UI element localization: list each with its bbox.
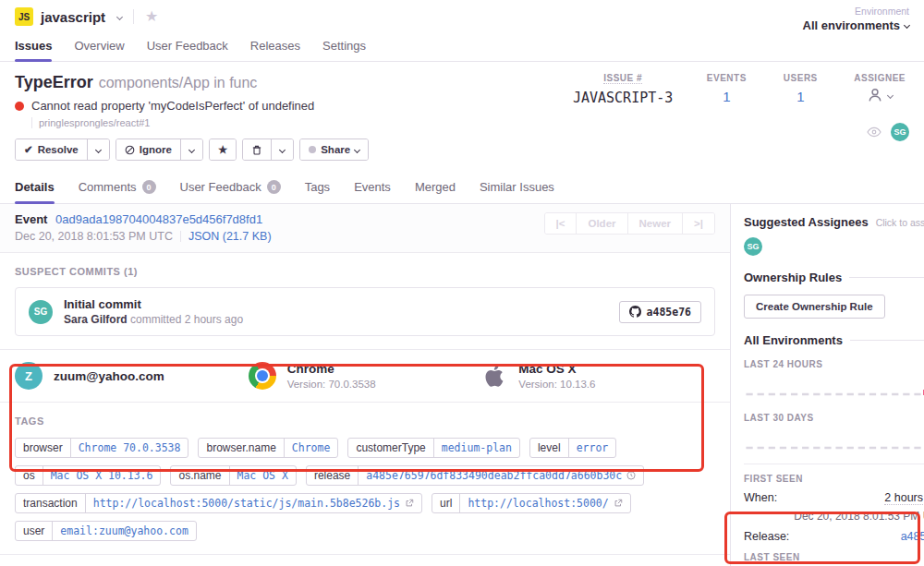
tab-events[interactable]: Events bbox=[354, 172, 391, 203]
users-count-link[interactable]: 1 bbox=[796, 89, 804, 104]
tag-url[interactable]: urlhttp://localhost:5000/ bbox=[432, 493, 631, 513]
nav-issues[interactable]: Issues bbox=[15, 33, 52, 61]
last-30-days-label: LAST 30 DAYS bbox=[744, 413, 924, 423]
ignore-button[interactable]: Ignore bbox=[116, 139, 180, 160]
first-seen-release-link[interactable]: a485e76 bbox=[901, 530, 924, 543]
tag-release[interactable]: releasea485e765976df833490deab2ffca0dd7a… bbox=[306, 465, 644, 486]
event-context-row: Z zuum@yahoo.com Chrome Version: 70.0.35… bbox=[0, 349, 730, 403]
eye-icon[interactable] bbox=[867, 126, 881, 138]
project-selector[interactable]: javascript bbox=[41, 9, 105, 25]
stat-assignee: ASSIGNEE bbox=[854, 73, 906, 128]
bookmark-button-group: ★ bbox=[209, 138, 237, 161]
tags-heading: TAGS bbox=[15, 415, 715, 427]
tag-user[interactable]: useremail:zuum@yahoo.com bbox=[15, 521, 197, 541]
os-name: Mac OS X bbox=[518, 362, 595, 376]
javascript-platform-icon: JS bbox=[15, 7, 33, 26]
external-link-icon bbox=[405, 499, 414, 508]
delete-button[interactable] bbox=[243, 139, 271, 160]
nav-overview[interactable]: Overview bbox=[74, 33, 124, 61]
nav-user-feedback[interactable]: User Feedback bbox=[147, 33, 228, 61]
chrome-icon bbox=[249, 362, 276, 390]
resolve-button[interactable]: ✔Resolve bbox=[16, 139, 87, 160]
tag-customer-type[interactable]: customerTypemedium-plan bbox=[347, 438, 520, 458]
suspect-commits-section: SUSPECT COMMITS (1) SG Initial commit Sa… bbox=[0, 253, 730, 336]
nav-releases[interactable]: Releases bbox=[250, 33, 300, 61]
top-header: JS javascript ★ Environment All environm… bbox=[0, 0, 924, 62]
issue-annotation[interactable]: pringlesprongles/react#1 bbox=[31, 117, 314, 128]
ignore-button-group: Ignore bbox=[116, 138, 203, 161]
last-event-button[interactable]: >| bbox=[682, 213, 714, 234]
os-version: Version: 10.13.6 bbox=[518, 379, 595, 390]
resolve-button-group: ✔Resolve bbox=[15, 138, 110, 161]
tab-similar-issues[interactable]: Similar Issues bbox=[480, 172, 554, 203]
issue-toolbar: ✔Resolve Ignore ★ Share bbox=[15, 138, 909, 161]
divider bbox=[133, 9, 134, 24]
chevron-down-icon bbox=[887, 91, 894, 98]
environment-selector[interactable]: Environment All environments bbox=[803, 6, 909, 32]
tab-details[interactable]: Details bbox=[15, 172, 55, 203]
share-button-group: Share bbox=[299, 138, 369, 161]
last-seen-label: LAST SEEN bbox=[744, 552, 924, 562]
user-avatar: Z bbox=[15, 362, 43, 390]
tag-os[interactable]: osMac OS X 10.13.6 bbox=[15, 465, 161, 486]
comments-count-badge: 0 bbox=[142, 180, 156, 194]
tag-browser-name[interactable]: browser.nameChrome bbox=[198, 438, 338, 458]
context-browser: Chrome Version: 70.0.3538 bbox=[249, 362, 482, 390]
tag-os-name[interactable]: os.nameMac OS X bbox=[170, 465, 296, 486]
check-icon: ✔ bbox=[24, 143, 33, 156]
share-status-dot bbox=[309, 146, 316, 153]
tab-user-feedback[interactable]: User Feedback0 bbox=[180, 172, 281, 203]
events-label: EVENTS bbox=[707, 73, 747, 83]
first-seen-block: FIRST SEEN When:2 hours ago Dec 20, 2018… bbox=[744, 464, 924, 543]
tag-browser[interactable]: browserChrome 70.0.3538 bbox=[15, 438, 188, 458]
share-button[interactable]: Share bbox=[300, 139, 368, 160]
chevron-down-icon bbox=[95, 146, 102, 152]
environment-value[interactable]: All environments bbox=[803, 18, 909, 32]
tags-section: TAGS browserChrome 70.0.3538 browser.nam… bbox=[0, 403, 730, 550]
exception-section: EXCEPTION (most recent call first) Origi… bbox=[0, 554, 730, 566]
chevron-down-icon bbox=[188, 146, 195, 152]
chevron-down-icon bbox=[354, 146, 360, 152]
person-icon bbox=[867, 87, 883, 103]
click-to-assign-hint: Click to assign bbox=[876, 217, 924, 228]
event-id-link[interactable]: 0ad9ada198704004837e5d456f7d8fd1 bbox=[55, 212, 262, 226]
project-row: JS javascript ★ bbox=[15, 7, 909, 26]
suggested-assignee-avatar[interactable]: SG bbox=[744, 237, 762, 256]
events-count-link[interactable]: 1 bbox=[723, 89, 730, 104]
resolve-dropdown[interactable] bbox=[87, 139, 109, 160]
older-event-button[interactable]: Older bbox=[576, 213, 626, 234]
tag-level[interactable]: levelerror bbox=[529, 438, 616, 458]
tab-comments[interactable]: Comments0 bbox=[79, 172, 156, 203]
participant-avatar[interactable]: SG bbox=[891, 123, 909, 141]
chevron-down-icon[interactable] bbox=[116, 13, 123, 19]
nav-settings[interactable]: Settings bbox=[322, 33, 366, 61]
issue-id-value: JAVASCRIPT-3 bbox=[573, 90, 673, 106]
tab-merged[interactable]: Merged bbox=[415, 172, 456, 203]
assignee-dropdown[interactable] bbox=[867, 87, 893, 103]
delete-dropdown[interactable] bbox=[271, 139, 293, 160]
chevron-down-icon bbox=[904, 22, 910, 29]
event-detail-column: Event 0ad9ada198704004837e5d456f7d8fd1 D… bbox=[0, 204, 730, 566]
favorite-star-icon[interactable]: ★ bbox=[145, 9, 158, 24]
event-json-link[interactable]: JSON (21.7 KB) bbox=[188, 230, 272, 243]
event-pagination: |< Older Newer >| bbox=[544, 212, 715, 235]
commit-sha-button[interactable]: a485e76 bbox=[619, 301, 701, 323]
ignore-dropdown[interactable] bbox=[180, 139, 202, 160]
create-ownership-rule-button[interactable]: Create Ownership Rule bbox=[744, 295, 885, 319]
issue-detail-tabs: Details Comments0 User Feedback0 Tags Ev… bbox=[0, 172, 924, 204]
tag-transaction[interactable]: transactionhttp://localhost:5000/static/… bbox=[15, 493, 422, 513]
first-seen-relative: 2 hours ago bbox=[884, 491, 924, 505]
commit-author-avatar: SG bbox=[29, 300, 53, 324]
suspect-commits-heading: SUSPECT COMMITS (1) bbox=[15, 266, 715, 277]
issue-type: TypeError bbox=[15, 73, 93, 91]
issue-stats: ISSUE # JAVASCRIPT-3 EVENTS 1 USERS 1 AS… bbox=[573, 73, 909, 128]
bookmark-star-button[interactable]: ★ bbox=[210, 139, 236, 160]
newer-event-button[interactable]: Newer bbox=[627, 213, 683, 234]
event-label: Event bbox=[15, 212, 47, 226]
clock-icon bbox=[626, 471, 636, 480]
commit-byline: Sara Gilford committed 2 hours ago bbox=[64, 313, 243, 326]
tab-tags[interactable]: Tags bbox=[305, 172, 330, 203]
event-header-bar: Event 0ad9ada198704004837e5d456f7d8fd1 D… bbox=[0, 204, 730, 253]
first-event-button[interactable]: |< bbox=[545, 213, 577, 234]
issue-culprit: components/App in func bbox=[99, 75, 258, 90]
